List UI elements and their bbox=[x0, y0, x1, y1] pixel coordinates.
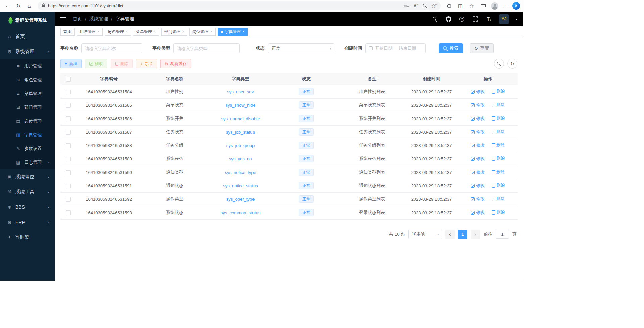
delete-row-button[interactable]: 删除 bbox=[492, 89, 505, 94]
edit-button[interactable]: 修改 bbox=[85, 59, 107, 68]
row-checkbox[interactable] bbox=[66, 116, 71, 121]
tab[interactable]: 首页 bbox=[60, 28, 75, 36]
password-key-icon[interactable] bbox=[402, 2, 410, 10]
page-size-select[interactable]: 10条/页 bbox=[408, 230, 442, 239]
refresh-cache-button[interactable]: 刷新缓存 bbox=[160, 59, 191, 68]
row-checkbox[interactable] bbox=[66, 170, 71, 175]
table-row[interactable]: 1641030593246531590 通知类型 sys_notice_type… bbox=[60, 166, 518, 179]
delete-button[interactable]: 删除 bbox=[111, 59, 133, 68]
table-row[interactable]: 1641030593246531589 系统是否 sys_yes_no 正常 系… bbox=[60, 152, 518, 166]
lock-icon[interactable] bbox=[42, 3, 45, 8]
fullscreen-icon[interactable] bbox=[472, 16, 479, 22]
reload-button[interactable] bbox=[13, 1, 24, 11]
table-row[interactable]: 1641030593246531587 任务状态 sys_job_status … bbox=[60, 125, 518, 139]
page-number-button[interactable]: 1 bbox=[458, 230, 467, 239]
tab[interactable]: 用户管理 bbox=[77, 28, 103, 36]
font-size-icon[interactable] bbox=[486, 16, 492, 22]
row-checkbox[interactable] bbox=[66, 90, 71, 94]
create-time-range-picker[interactable]: 开始日期 - 结束日期 bbox=[365, 43, 426, 53]
dict-type-link[interactable]: sys_normal_disable bbox=[221, 116, 260, 121]
table-row[interactable]: 1641030593246531588 任务分组 sys_job_group 正… bbox=[60, 139, 518, 152]
dict-type-link[interactable]: sys_user_sex bbox=[227, 89, 254, 94]
dict-type-link[interactable]: sys_yes_no bbox=[229, 156, 252, 161]
zoom-indicator-icon[interactable] bbox=[421, 2, 429, 10]
tab-close-icon[interactable] bbox=[126, 30, 128, 34]
table-row[interactable]: 1641030593246531585 菜单状态 sys_show_hide 正… bbox=[60, 98, 518, 112]
sidebar-item[interactable]: 角色管理 bbox=[0, 73, 55, 87]
row-checkbox[interactable] bbox=[66, 157, 71, 161]
breadcrumb-system[interactable]: 系统管理 bbox=[89, 16, 108, 22]
dict-name-input[interactable] bbox=[81, 43, 142, 53]
next-page-button[interactable] bbox=[471, 230, 480, 239]
row-checkbox[interactable] bbox=[66, 210, 71, 215]
sidebar-item[interactable]: 用户管理 bbox=[0, 59, 55, 73]
table-row[interactable]: 1641030593246531591 通知状态 sys_notice_stat… bbox=[60, 179, 518, 192]
table-row[interactable]: 1641030593246531586 系统开关 sys_normal_disa… bbox=[60, 112, 518, 125]
home-button[interactable] bbox=[24, 1, 34, 11]
status-select[interactable]: 正常 bbox=[268, 43, 334, 53]
sidebar-item[interactable]: 日志管理 bbox=[0, 155, 55, 169]
collections-icon[interactable] bbox=[478, 1, 488, 11]
dict-type-link[interactable]: sys_oper_type bbox=[226, 197, 255, 202]
breadcrumb-home[interactable]: 首页 bbox=[73, 16, 82, 22]
tab[interactable]: 字典管理 bbox=[218, 28, 248, 36]
delete-row-button[interactable]: 删除 bbox=[492, 102, 505, 108]
dict-type-link[interactable]: sys_show_hide bbox=[226, 103, 256, 108]
delete-row-button[interactable]: 删除 bbox=[492, 156, 505, 161]
sidebar-item[interactable]: ERP bbox=[0, 215, 55, 230]
export-button[interactable]: 导出 bbox=[136, 59, 157, 68]
split-screen-icon[interactable] bbox=[455, 1, 465, 11]
tab-close-icon[interactable] bbox=[242, 30, 245, 34]
goto-page-input[interactable] bbox=[496, 230, 509, 239]
dict-type-link[interactable]: sys_common_status bbox=[221, 210, 261, 215]
edit-row-button[interactable]: 修改 bbox=[471, 143, 485, 148]
edit-row-button[interactable]: 修改 bbox=[471, 89, 485, 95]
dict-type-input[interactable] bbox=[173, 43, 240, 53]
sidebar-item[interactable]: 参数设置 bbox=[0, 142, 55, 155]
sidebar-item[interactable]: 菜单管理 bbox=[0, 87, 55, 100]
dict-type-link[interactable]: sys_notice_status bbox=[223, 183, 258, 188]
search-button[interactable]: 搜索 bbox=[439, 43, 463, 53]
table-row[interactable]: 1641030593246531593 系统状态 sys_common_stat… bbox=[60, 206, 518, 219]
tab[interactable]: 岗位管理 bbox=[189, 28, 216, 36]
hamburger-menu-icon[interactable] bbox=[60, 17, 66, 21]
edit-row-button[interactable]: 修改 bbox=[471, 170, 485, 175]
extensions-icon[interactable] bbox=[444, 1, 454, 11]
delete-row-button[interactable]: 删除 bbox=[492, 115, 505, 121]
help-icon[interactable] bbox=[459, 16, 465, 22]
add-button[interactable]: 新增 bbox=[60, 59, 82, 68]
reset-button[interactable]: 重置 bbox=[470, 43, 494, 53]
chevron-down-icon[interactable] bbox=[516, 17, 517, 21]
edit-row-button[interactable]: 修改 bbox=[471, 210, 485, 216]
favorites-icon[interactable] bbox=[467, 1, 477, 11]
tab-close-icon[interactable] bbox=[97, 30, 100, 34]
search-icon[interactable] bbox=[432, 16, 439, 22]
tab-close-icon[interactable] bbox=[154, 30, 156, 34]
address-bar[interactable]: https://ccnetcore.com:1101/system/dict bbox=[38, 1, 441, 10]
github-icon[interactable] bbox=[445, 16, 452, 22]
table-row[interactable]: 1641030593246531592 操作类型 sys_oper_type 正… bbox=[60, 192, 518, 206]
tab[interactable]: 角色管理 bbox=[105, 28, 131, 36]
show-search-button[interactable] bbox=[494, 59, 504, 69]
row-checkbox[interactable] bbox=[66, 197, 71, 202]
row-checkbox[interactable] bbox=[66, 184, 71, 188]
sidebar-item[interactable]: 部门管理 bbox=[0, 100, 55, 114]
table-row[interactable]: 1641030593246531584 用户性别 sys_user_sex 正常… bbox=[60, 85, 518, 98]
edit-row-button[interactable]: 修改 bbox=[471, 116, 485, 122]
add-favorite-star-icon[interactable] bbox=[430, 2, 439, 10]
tab[interactable]: 部门管理 bbox=[161, 28, 187, 36]
prev-page-button[interactable] bbox=[445, 230, 455, 239]
row-checkbox[interactable] bbox=[66, 143, 71, 148]
delete-row-button[interactable]: 删除 bbox=[492, 169, 505, 175]
edit-row-button[interactable]: 修改 bbox=[471, 102, 485, 108]
edit-row-button[interactable]: 修改 bbox=[471, 196, 485, 202]
user-avatar[interactable]: YJ bbox=[499, 14, 509, 24]
sidebar-item[interactable]: 首页 bbox=[0, 29, 55, 44]
dict-type-link[interactable]: sys_job_status bbox=[226, 130, 255, 135]
delete-row-button[interactable]: 删除 bbox=[492, 209, 505, 215]
tab-close-icon[interactable] bbox=[210, 30, 213, 34]
delete-row-button[interactable]: 删除 bbox=[492, 142, 505, 148]
edit-row-button[interactable]: 修改 bbox=[471, 183, 485, 189]
sidebar-item[interactable]: 系统管理 bbox=[0, 44, 55, 59]
profile-avatar[interactable] bbox=[490, 1, 500, 11]
